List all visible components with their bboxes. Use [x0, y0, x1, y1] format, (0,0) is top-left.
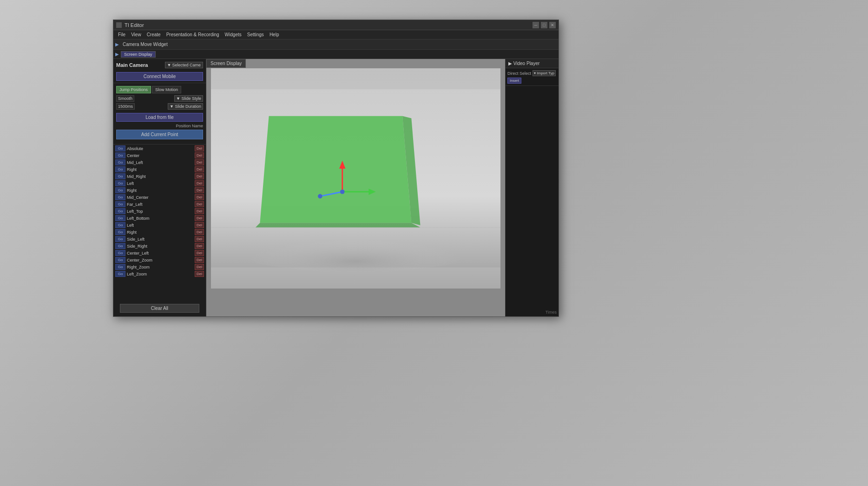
del-button-2[interactable]: Del — [195, 159, 204, 165]
go-button-3[interactable]: Go — [115, 166, 125, 172]
del-button-6[interactable]: Del — [195, 187, 204, 193]
title-bar: TI Editor ─ □ ✕ — [113, 20, 559, 30]
import-type-dropdown[interactable]: ▾ Import Typ — [533, 70, 556, 76]
smooth-setting: Smooth ▼ Slide Style — [116, 95, 203, 102]
go-button-16[interactable]: Go — [115, 257, 125, 263]
screen-display-button[interactable]: Screen Display — [121, 51, 156, 58]
go-button-13[interactable]: Go — [115, 236, 125, 242]
tab-slow-motion[interactable]: Slow Motion — [152, 86, 181, 93]
pos-name-7: Mid_Center — [127, 195, 193, 200]
menu-create[interactable]: Create — [144, 31, 164, 38]
pos-row-0: Go Absolute Del — [115, 145, 204, 151]
camera-move-widget-label: Camera Move Widget — [121, 41, 170, 48]
pos-name-10: Left_Bottom — [127, 216, 193, 221]
pos-row-10: Go Left_Bottom Del — [115, 215, 204, 221]
menu-help[interactable]: Help — [267, 31, 282, 38]
del-button-1[interactable]: Del — [195, 152, 204, 158]
app-icon — [116, 22, 122, 28]
go-button-2[interactable]: Go — [115, 159, 125, 165]
load-from-file-button[interactable]: Load from file — [116, 113, 203, 122]
del-button-17[interactable]: Del — [195, 264, 204, 270]
connect-mobile-button[interactable]: Connect Mobile — [116, 72, 203, 81]
pos-name-13: Side_Left — [127, 237, 193, 242]
direct-select-label: Direct Select — [507, 71, 531, 76]
go-button-15[interactable]: Go — [115, 250, 125, 256]
menu-settings[interactable]: Settings — [244, 31, 267, 38]
close-button[interactable]: ✕ — [549, 22, 556, 28]
smooth-value: Smooth — [116, 95, 134, 102]
menu-presentation[interactable]: Presentation & Recording — [164, 31, 222, 38]
del-button-10[interactable]: Del — [195, 215, 204, 221]
camera-header: Main Camera ▼ Selected Came — [116, 62, 203, 68]
go-button-8[interactable]: Go — [115, 201, 125, 207]
screen-display-tab[interactable]: Screen Display — [206, 59, 246, 68]
go-button-7[interactable]: Go — [115, 194, 125, 200]
go-button-14[interactable]: Go — [115, 243, 125, 249]
pos-row-6: Go Right Del — [115, 187, 204, 193]
go-button-0[interactable]: Go — [115, 145, 125, 151]
pos-row-5: Go Left Del — [115, 180, 204, 186]
go-button-4[interactable]: Go — [115, 173, 125, 179]
window-title: TI Editor — [125, 22, 144, 28]
toolbar: ▶ Camera Move Widget — [113, 39, 559, 50]
del-button-9[interactable]: Del — [195, 208, 204, 214]
go-button-11[interactable]: Go — [115, 222, 125, 228]
dropdown-arrow: ▼ — [167, 63, 171, 67]
go-button-12[interactable]: Go — [115, 229, 125, 235]
go-button-17[interactable]: Go — [115, 264, 125, 270]
del-button-0[interactable]: Del — [195, 145, 204, 151]
pos-row-17: Go Right_Zoom Del — [115, 264, 204, 270]
menu-file[interactable]: File — [115, 31, 128, 38]
add-current-point-button[interactable]: Add Current Point — [116, 130, 203, 139]
del-button-13[interactable]: Del — [195, 236, 204, 242]
go-button-6[interactable]: Go — [115, 187, 125, 193]
go-button-5[interactable]: Go — [115, 180, 125, 186]
del-button-18[interactable]: Del — [195, 271, 204, 277]
del-button-5[interactable]: Del — [195, 180, 204, 186]
pos-row-2: Go Mid_Left Del — [115, 159, 204, 165]
insert-button[interactable]: Insert — [507, 78, 521, 84]
pos-name-14: Side_Right — [127, 244, 193, 249]
pos-name-8: Far_Left — [127, 202, 193, 207]
del-button-4[interactable]: Del — [195, 173, 204, 179]
pos-row-12: Go Right Del — [115, 229, 204, 235]
pos-row-8: Go Far_Left Del — [115, 201, 204, 207]
video-player-header: ▶ Video Player — [506, 59, 559, 68]
viewport[interactable]: Screen Display — [206, 59, 505, 316]
slide-style-dropdown[interactable]: ▼ Slide Style — [174, 95, 203, 102]
video-player-icon: ▶ — [508, 61, 513, 66]
go-button-18[interactable]: Go — [115, 271, 125, 277]
del-button-12[interactable]: Del — [195, 229, 204, 235]
del-button-3[interactable]: Del — [195, 166, 204, 172]
tab-jump-positions[interactable]: Jump Positions — [116, 86, 151, 93]
pos-name-16: Center_Zoom — [127, 258, 193, 263]
desktop: TI Editor ─ □ ✕ File View Create Present… — [0, 0, 868, 486]
del-button-11[interactable]: Del — [195, 222, 204, 228]
pos-row-18: Go Left_Zoom Del — [115, 271, 204, 277]
pos-name-3: Right — [127, 167, 193, 172]
video-player-title: Video Player — [513, 61, 540, 66]
go-button-1[interactable]: Go — [115, 152, 125, 158]
minimize-button[interactable]: ─ — [533, 22, 539, 28]
pos-name-2: Mid_Left — [127, 160, 193, 165]
duration-setting: 1500ms ▼ Slide Duration — [116, 103, 203, 110]
selected-camera-dropdown[interactable]: ▼ Selected Came — [165, 62, 203, 68]
camera-section: Main Camera ▼ Selected Came Connect Mobi… — [113, 59, 206, 83]
slide-duration-dropdown[interactable]: ▼ Slide Duration — [168, 103, 203, 110]
menu-bar: File View Create Presentation & Recordin… — [113, 30, 559, 39]
menu-widgets[interactable]: Widgets — [222, 31, 244, 38]
go-button-10[interactable]: Go — [115, 215, 125, 221]
pos-name-18: Left_Zoom — [127, 272, 193, 276]
menu-view[interactable]: View — [128, 31, 144, 38]
del-button-7[interactable]: Del — [195, 194, 204, 200]
del-button-14[interactable]: Del — [195, 243, 204, 249]
clear-all-button[interactable]: Clear All — [120, 304, 200, 313]
del-button-8[interactable]: Del — [195, 201, 204, 207]
del-button-16[interactable]: Del — [195, 257, 204, 263]
3d-scene — [211, 68, 500, 289]
maximize-button[interactable]: □ — [541, 22, 547, 28]
go-button-9[interactable]: Go — [115, 208, 125, 214]
del-button-15[interactable]: Del — [195, 250, 204, 256]
pos-name-15: Center_Left — [127, 251, 193, 256]
svg-marker-2 — [260, 116, 411, 223]
